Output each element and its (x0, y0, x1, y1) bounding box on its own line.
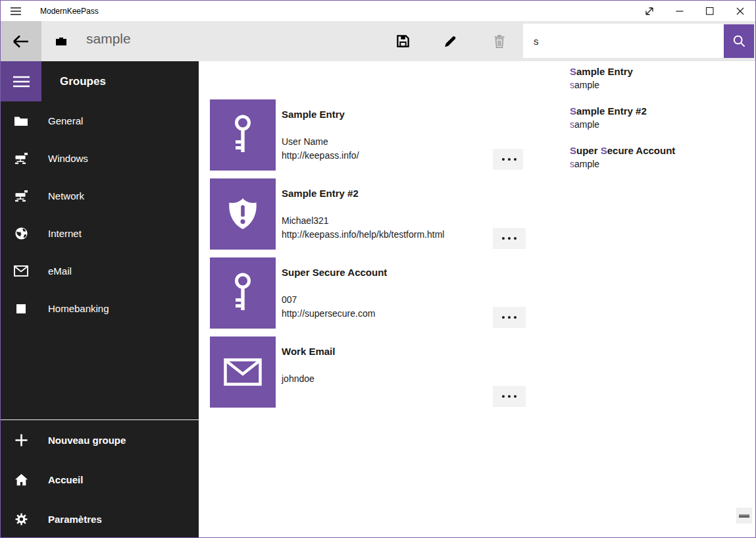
entry-url: http://keepass.info/ (282, 149, 359, 163)
entry-username: Michael321 (282, 214, 444, 228)
suggestion-title: Sample Entry #2 (570, 105, 755, 118)
entry-url: http://keepass.info/help/kb/testform.htm… (282, 228, 444, 242)
window-controls (634, 1, 755, 21)
search-input[interactable] (523, 24, 724, 58)
search-suggestion[interactable]: Super Secure Account sample (523, 140, 755, 180)
entry-tile (210, 336, 276, 408)
group-list: General Windows (1, 102, 199, 327)
entry-list: Sample Entry User Name http://keepass.in… (210, 99, 527, 416)
save-button[interactable] (387, 21, 418, 61)
folder-icon (13, 115, 29, 126)
network-icon (13, 190, 29, 202)
sidebar-item-label: Accueil (48, 474, 83, 485)
hamburger-icon (13, 74, 30, 89)
entry-title: Super Secure Account (282, 266, 527, 279)
add-icon (13, 433, 29, 447)
globe-icon (13, 227, 29, 240)
hamburger-icon (9, 5, 23, 18)
home-icon (13, 473, 29, 486)
key-icon (228, 114, 257, 156)
key-icon (228, 272, 257, 314)
settings-icon (13, 512, 29, 526)
dash-icon (739, 514, 749, 518)
sidebar-item-label: Nouveau groupe (48, 435, 126, 446)
entry-row[interactable]: Work Email johndoe (210, 336, 527, 408)
settings-button[interactable]: Paramètres (1, 499, 199, 538)
sidebar-item-windows[interactable]: Windows (1, 140, 199, 177)
database-title: sample (86, 31, 131, 47)
window-title: ModernKeePass (40, 7, 99, 16)
appbar: sample (1, 21, 755, 61)
back-button[interactable] (1, 21, 41, 61)
entry-row[interactable]: Sample Entry User Name http://keepass.in… (210, 99, 527, 171)
suggestion-title: Super Secure Account (570, 144, 755, 157)
save-icon (395, 34, 411, 49)
entry-url: http://supersecure.com (282, 307, 375, 321)
network-icon (13, 153, 29, 165)
search-button[interactable] (724, 24, 754, 58)
entry-title: Work Email (282, 345, 527, 358)
sidebar-item-homebanking[interactable]: Homebanking (1, 290, 199, 327)
minimize-icon (673, 5, 686, 18)
sidebar-item-label: General (48, 115, 83, 126)
suggestion-subtitle: sample (570, 157, 755, 171)
entry-username: 007 (282, 293, 375, 307)
search-box (523, 24, 754, 58)
entry-tile (210, 178, 276, 250)
maximize-icon (703, 5, 717, 18)
entry-title: Sample Entry (282, 108, 527, 121)
sidebar-item-label: eMail (48, 265, 72, 277)
pencil-icon (443, 34, 457, 49)
new-group-button[interactable]: Nouveau groupe (1, 420, 199, 460)
minimize-button[interactable] (665, 1, 695, 21)
suggestion-title: Sample Entry (570, 65, 755, 78)
entry-row[interactable]: Sample Entry #2 Michael321 http://keepas… (210, 178, 527, 250)
diagonal-resize-icon (643, 5, 656, 18)
entry-more-button[interactable] (493, 386, 526, 407)
search-icon (732, 34, 746, 48)
sidebar-item-email[interactable]: eMail (1, 252, 199, 290)
search-suggestion[interactable]: Sample Entry sample (523, 61, 755, 101)
titlebar-menu-button[interactable] (1, 1, 31, 21)
nav-toggle-button[interactable] (1, 61, 41, 101)
sidebar-item-label: Homebanking (48, 303, 109, 314)
entry-row[interactable]: Super Secure Account 007 http://supersec… (210, 257, 527, 329)
database-icon (56, 37, 66, 46)
mail-icon (13, 265, 29, 277)
sidebar-item-label: Network (48, 190, 84, 202)
back-arrow-icon (11, 32, 31, 51)
close-button[interactable] (725, 1, 755, 21)
app-window: ModernKeePass (0, 0, 756, 538)
suggestion-subtitle: sample (570, 118, 755, 131)
entry-username: User Name (282, 135, 359, 149)
maximize-button[interactable] (695, 1, 725, 21)
entry-more-button[interactable] (493, 307, 526, 328)
entry-username: johndoe (282, 372, 315, 386)
entry-more-button[interactable] (493, 228, 526, 249)
square-icon (13, 304, 29, 313)
search-suggestion[interactable]: Sample Entry #2 sample (523, 101, 755, 140)
entry-title: Sample Entry #2 (282, 187, 527, 200)
entry-more-button[interactable] (493, 149, 526, 170)
edit-button[interactable] (434, 21, 466, 61)
suggestion-subtitle: sample (570, 78, 755, 92)
titlebar: ModernKeePass (1, 1, 755, 21)
resize-window-button[interactable] (634, 1, 665, 21)
shield-alert-icon (224, 196, 262, 232)
close-icon (734, 5, 747, 18)
mail-icon (224, 358, 262, 386)
sidebar-item-general[interactable]: General (1, 102, 199, 140)
entry-tile (210, 257, 276, 329)
entry-tile (210, 99, 276, 171)
appbar-collapse-button[interactable] (736, 508, 752, 524)
sidebar-item-label: Windows (48, 153, 88, 164)
pane-title: Groupes (60, 61, 106, 101)
delete-button[interactable] (484, 21, 515, 61)
home-button[interactable]: Accueil (1, 460, 199, 499)
sidebar-item-internet[interactable]: Internet (1, 215, 199, 252)
sidebar-item-network[interactable]: Network (1, 177, 199, 215)
sidebar: Groupes General Windows (1, 61, 199, 538)
sidebar-item-label: Paramètres (48, 514, 102, 525)
trash-icon (492, 34, 507, 49)
search-suggestions: Sample Entry sample Sample Entry #2 samp… (523, 61, 755, 181)
